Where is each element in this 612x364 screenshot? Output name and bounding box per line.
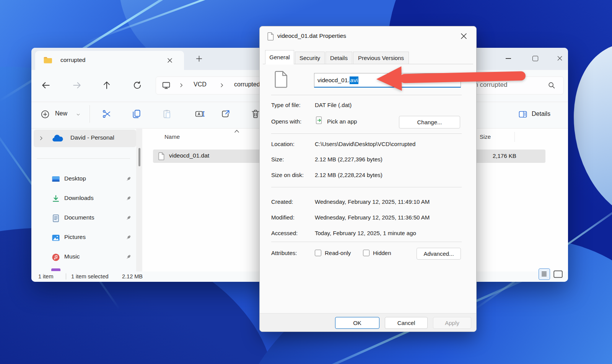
desktop: corrupted VCD corrupted Search corrupted: [0, 0, 612, 364]
annotation-arrow: [0, 0, 612, 364]
